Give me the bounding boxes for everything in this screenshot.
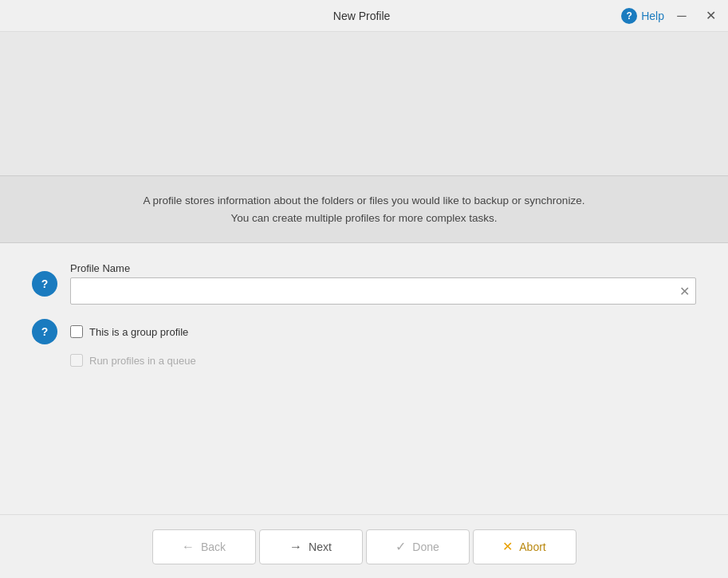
minimize-icon: ─: [677, 9, 686, 23]
queue-profile-checkbox: [70, 354, 83, 367]
profile-name-field-group: Profile Name ✕: [70, 262, 696, 305]
info-banner: A profile stores information about the f…: [0, 175, 728, 243]
question-icon-2: ?: [41, 325, 49, 338]
info-line2: You can create multiple profiles for mor…: [48, 210, 680, 227]
abort-x-icon: ✕: [502, 539, 513, 554]
help-circle-icon: ?: [621, 8, 637, 24]
group-profile-label: This is a group profile: [89, 326, 188, 338]
question-icon: ?: [41, 277, 49, 290]
close-button[interactable]: ✕: [699, 5, 722, 27]
footer: ← Back → Next ✓ Done ✕ Abort: [0, 514, 728, 578]
title-bar: New Profile ? Help ─ ✕: [0, 0, 728, 32]
queue-profile-label: Run profiles in a queue: [89, 355, 196, 367]
abort-button[interactable]: ✕ Abort: [473, 529, 576, 564]
abort-label: Abort: [519, 541, 545, 553]
group-profile-help-button[interactable]: ?: [32, 319, 57, 344]
help-label: Help: [641, 10, 664, 22]
group-profile-row: ? This is a group profile: [32, 319, 696, 344]
profile-name-input[interactable]: [70, 277, 696, 305]
profile-name-help-button[interactable]: ?: [32, 271, 57, 297]
next-arrow-icon: →: [289, 540, 302, 554]
back-button[interactable]: ← Back: [152, 529, 256, 564]
done-check-icon: ✓: [395, 539, 406, 554]
info-line1: A profile stores information about the f…: [48, 192, 680, 210]
profile-name-label: Profile Name: [70, 262, 696, 274]
clear-icon: ✕: [679, 284, 690, 299]
window-controls: ? Help ─ ✕: [621, 5, 722, 27]
profile-name-input-wrapper: ✕: [70, 277, 696, 305]
profile-name-row: ? Profile Name ✕: [32, 262, 696, 305]
window-title: New Profile: [102, 10, 621, 22]
back-arrow-icon: ←: [182, 540, 195, 554]
group-profile-checkbox-label[interactable]: This is a group profile: [70, 325, 188, 338]
form-section: ? Profile Name ✕ ? This is a group profi…: [0, 243, 728, 514]
done-button[interactable]: ✓ Done: [366, 529, 470, 564]
top-banner: [0, 32, 728, 175]
next-label: Next: [309, 541, 332, 553]
queue-profile-row: Run profiles in a queue: [32, 354, 696, 367]
next-button[interactable]: → Next: [259, 529, 363, 564]
main-content: A profile stores information about the f…: [0, 32, 728, 514]
help-button[interactable]: ? Help: [621, 8, 664, 24]
minimize-button[interactable]: ─: [671, 5, 693, 27]
group-profile-checkbox[interactable]: [70, 325, 83, 338]
back-label: Back: [201, 541, 226, 553]
done-label: Done: [412, 541, 439, 553]
close-icon: ✕: [706, 8, 716, 23]
queue-profile-checkbox-label: Run profiles in a queue: [70, 354, 196, 367]
clear-input-button[interactable]: ✕: [678, 282, 691, 301]
